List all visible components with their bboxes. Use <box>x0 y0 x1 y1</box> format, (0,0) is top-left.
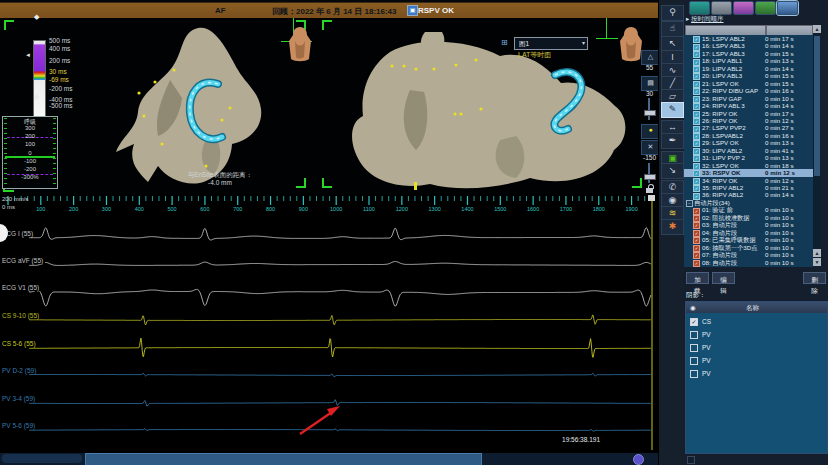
segment-time: 0 min 10 s <box>765 95 794 102</box>
shadow-row[interactable]: ✓CS <box>686 315 827 328</box>
segment-time: 0 min 14 s <box>765 42 794 49</box>
segment-row[interactable]: ✓20: LIPV ABL30 min 15 s <box>684 72 813 79</box>
segment-row[interactable]: ✓26: RIPV OK0 min 12 s <box>684 117 813 124</box>
scale-window-marker-icon[interactable]: ◄ <box>25 52 31 58</box>
segment-name: 20: LIPV ABL3 <box>702 72 742 79</box>
shadow-visibility-checkbox[interactable] <box>690 357 698 365</box>
segment-row[interactable]: ✓36: RIPV ABL20 min 14 s <box>684 191 813 198</box>
segments-panel: ▸ 按时间顺序 ▲ ✓15: LSPV ABL20 min 17 s✓16: L… <box>684 0 828 465</box>
segment-row[interactable]: ✓23: RIPV GAP0 min 10 s <box>684 95 813 102</box>
segment-row[interactable]: ✓16: LSPV ABL30 min 14 s <box>684 42 813 49</box>
shadows-table-header: ◉ 名称 <box>686 302 827 313</box>
scale-label: 200 ms <box>49 57 70 64</box>
segment-row[interactable]: ✓08: 自动片段0 min 10 s <box>684 259 813 266</box>
trace-label: PV D-2 (59) <box>2 367 38 374</box>
segment-row[interactable]: ✓33: RSPV OK0 min 12 s <box>684 169 813 176</box>
segment-row[interactable]: ✓04: 自动片段0 min 10 s <box>684 229 813 236</box>
segment-row[interactable]: ✓19: LIPV ABL20 min 14 s <box>684 65 813 72</box>
svg-text:300: 300 <box>102 206 111 212</box>
shadow-visibility-checkbox[interactable] <box>690 344 698 352</box>
segment-row[interactable]: ✓31: LIPV PVP 20 min 13 s <box>684 154 813 161</box>
pan-hand-tool[interactable]: ☝ <box>661 21 684 37</box>
scroll-up-button[interactable]: ▲ <box>813 249 821 257</box>
layout-grid-icon[interactable]: ⊞ <box>501 38 508 47</box>
chevron-down-icon: ▾ <box>582 38 585 49</box>
segment-time: 0 min 13 s <box>765 154 794 161</box>
clip-slider[interactable] <box>648 163 650 183</box>
segment-row[interactable]: ✓30: LIPV ABL20 min 41 s <box>684 147 813 154</box>
opacity-slider[interactable] <box>648 98 650 120</box>
segment-time: 0 min 17 s <box>765 35 794 42</box>
svg-text:500: 500 <box>168 206 177 212</box>
segment-group-header[interactable]: −自动片段(34) <box>685 199 813 206</box>
shadow-visibility-checkbox[interactable] <box>690 370 698 378</box>
scale-label: -200 ms <box>49 85 72 92</box>
svg-text:200: 200 <box>69 206 78 212</box>
torso-orientation-icon <box>287 25 313 63</box>
panel-tab-views[interactable] <box>711 1 732 15</box>
clip-slider-handle[interactable] <box>644 174 656 180</box>
segment-row[interactable]: ✓05: 已采集呼吸数据0 min 10 s <box>684 236 813 243</box>
scale-handle-icon[interactable]: ◆ <box>34 93 39 101</box>
segment-row[interactable]: ✓07: 自动片段0 min 10 s <box>684 251 813 258</box>
segment-row[interactable]: ✓24: RIPV ABL 30 min 14 s <box>684 102 813 109</box>
lock-icon[interactable] <box>646 188 653 193</box>
panel-tab-segments[interactable] <box>777 1 798 15</box>
shadow-row[interactable]: PV <box>686 341 827 354</box>
scroll-up-button[interactable]: ▲ <box>813 25 821 33</box>
hidden-option-checkbox[interactable] <box>687 456 695 464</box>
event-dot-icon[interactable] <box>633 454 644 465</box>
scrollbar-thumb[interactable] <box>85 453 482 465</box>
segment-row[interactable]: ✓25: RIPV OK0 min 17 s <box>684 110 813 117</box>
projection-tool[interactable]: ↘ <box>661 163 684 179</box>
segment-row[interactable]: ✓06: 抽取第一个3D点0 min 10 s <box>684 244 813 251</box>
shadow-visibility-checkbox[interactable] <box>690 331 698 339</box>
left-atrium-model[interactable] <box>110 20 310 192</box>
map-view-right[interactable] <box>320 18 658 195</box>
segment-row[interactable]: ✓22: RIPV DIBU GAP0 min 16 s <box>684 87 813 94</box>
marker-pen-tool[interactable]: ✎ <box>661 102 684 118</box>
segment-row[interactable]: ✓28: LSPVABL20 min 16 s <box>684 132 813 139</box>
palette-tool[interactable]: ✱ <box>661 219 684 235</box>
scale-handle-icon[interactable]: ◆ <box>34 13 39 21</box>
segment-row[interactable]: ✓21: LSPV OK0 min 15 s <box>684 80 813 87</box>
edit-button[interactable]: 编辑 <box>712 272 735 284</box>
segment-row[interactable]: ✓03: 自动片段0 min 10 s <box>684 221 813 228</box>
zoom-tool[interactable]: ⚲ <box>661 5 684 21</box>
shadow-visibility-checkbox[interactable]: ✓ <box>690 318 698 326</box>
segment-name: 18: LIPV ABL1 <box>702 57 742 64</box>
segment-list-scroll-thumb[interactable] <box>814 36 820 176</box>
segment-time: 0 min 16 s <box>765 132 794 139</box>
segment-row[interactable]: ✓01: 验证 前0 min 10 s <box>684 206 813 213</box>
shadow-row[interactable]: PV <box>686 328 827 341</box>
segment-row[interactable]: ✓02: 阻抗校准数据0 min 10 s <box>684 214 813 221</box>
resp-tick-label: 0 <box>3 150 57 156</box>
segment-time: 0 min 14 s <box>765 191 794 198</box>
panel-tab-maps[interactable] <box>689 1 710 15</box>
segment-row[interactable]: ✓34: RIPV OK0 min 12 s <box>684 177 813 184</box>
opacity-slider-handle[interactable] <box>644 110 656 116</box>
delete-button[interactable]: 删除 <box>803 272 826 284</box>
scale-label: -69 ms <box>49 76 69 83</box>
panel-tab-colors[interactable] <box>733 1 754 15</box>
brush-tool[interactable]: ✒ <box>661 133 684 149</box>
lat-color-scale[interactable] <box>33 40 46 118</box>
right-atrium-model[interactable] <box>330 20 650 195</box>
scroll-down-button[interactable]: ▼ <box>813 258 821 266</box>
segment-row[interactable]: ✓27: LSPV PVP20 min 27 s <box>684 124 813 131</box>
segment-row[interactable]: ✓15: LSPV ABL20 min 17 s <box>684 35 813 42</box>
shadow-row[interactable]: PV <box>686 354 827 367</box>
segment-row[interactable]: ✓18: LIPV ABL10 min 13 s <box>684 57 813 64</box>
ecg-horizontal-scrollbar[interactable] <box>0 453 658 465</box>
section-header[interactable]: ▸ 按时间顺序 <box>686 15 724 24</box>
panel-tab-charts[interactable] <box>755 1 776 15</box>
segment-name: 24: RIPV ABL 3 <box>702 102 745 109</box>
map-selector-dropdown[interactable]: 图1 ▾ <box>514 37 588 50</box>
segment-row[interactable]: ✓32: LSPV OK0 min 18 s <box>684 162 813 169</box>
load-button[interactable]: 加载 <box>686 272 709 284</box>
segment-row[interactable]: ✓35: RIPV ABL20 min 21 s <box>684 184 813 191</box>
shadow-row[interactable]: PV <box>686 367 827 380</box>
segment-row[interactable]: ✓17: LSPV ABL30 min 15 s <box>684 50 813 57</box>
segment-row[interactable]: ✓29: LSPV OK0 min 13 s <box>684 139 813 146</box>
time-cursor-handle[interactable] <box>648 195 655 201</box>
